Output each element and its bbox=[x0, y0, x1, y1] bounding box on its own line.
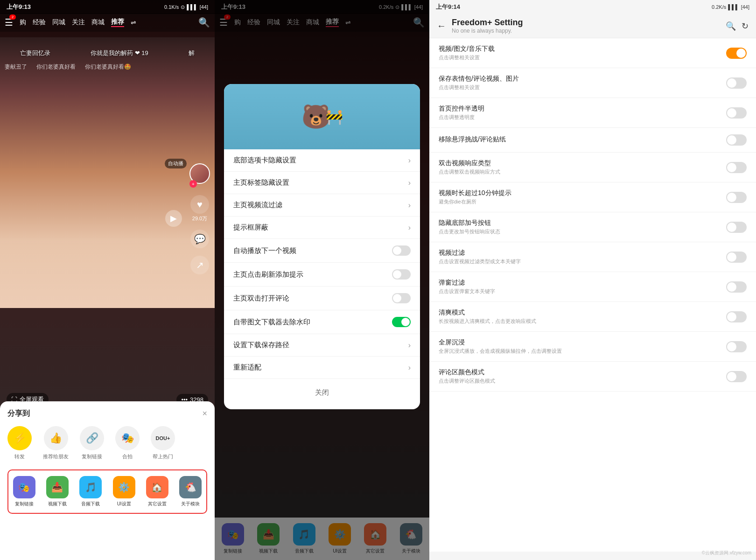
doubletap-toggle[interactable] bbox=[726, 162, 747, 173]
duration-toggle[interactable] bbox=[726, 192, 747, 203]
status-bar: 上午9:13 0.1K/s ⊙ ▌▌▌ [44] bbox=[0, 0, 215, 14]
recommend-label: 推荐给朋友 bbox=[43, 453, 69, 460]
download-toggle[interactable] bbox=[726, 48, 747, 59]
modal-close-button[interactable]: 关闭 bbox=[224, 384, 420, 402]
setting-duration-text: 视频时长超过10分钟提示 避免你die在厕所 bbox=[439, 189, 726, 205]
setting-fullscreen-text: 全屏沉浸 全屏沉浸式播放，会造成视频纵轴拉伸，点击调整设置 bbox=[439, 338, 726, 355]
nav-item-recommend[interactable]: 推荐 bbox=[111, 18, 124, 27]
like-count: 29.0万 bbox=[192, 215, 207, 222]
setting-hide-plus-text: 隐藏底部加号按钮 点击更改加号按钮响应状态 bbox=[439, 219, 726, 235]
module-other-icon: 🏠 bbox=[146, 476, 168, 498]
video-content bbox=[0, 37, 215, 308]
modal-item-refresh-tip[interactable]: 主页点击刷新添加提示 bbox=[224, 263, 420, 287]
setting-row-transparent[interactable]: 首页控件半透明 点击调整透明度 bbox=[429, 98, 756, 128]
setting-row-floating[interactable]: 移除悬浮挑战/评论贴纸 bbox=[429, 128, 756, 153]
video-filter-label: 主页视频流过滤 bbox=[233, 201, 282, 210]
modal-item-video-filter[interactable]: 主页视频流过滤 › bbox=[224, 194, 420, 217]
module-audio-download[interactable]: 🎵 音频下载 bbox=[79, 476, 102, 507]
double-click-toggle[interactable] bbox=[392, 293, 411, 303]
floating-toggle[interactable] bbox=[726, 134, 747, 146]
popup-filter-toggle[interactable] bbox=[726, 281, 747, 293]
refresh-tip-toggle[interactable] bbox=[392, 269, 411, 280]
autoplay-toggle[interactable] bbox=[392, 245, 411, 256]
double-click-label: 主页双击打开评论 bbox=[233, 294, 289, 303]
module-other-settings[interactable]: 🏠 其它设置 bbox=[146, 476, 168, 507]
comment-button[interactable]: 💬 bbox=[190, 230, 209, 248]
video-filter-toggle[interactable] bbox=[726, 252, 747, 263]
share-close-button[interactable]: × bbox=[202, 409, 207, 419]
setting-row-video-filter[interactable]: 视频过滤 点击设置视频过滤类型或文本关键字 bbox=[429, 242, 756, 272]
nav-item-follow[interactable]: 关注 bbox=[72, 18, 85, 27]
overlay-text-3: 解 bbox=[189, 49, 195, 57]
modal-item-double-click[interactable]: 主页双击打开评论 bbox=[224, 287, 420, 310]
share-icon: ↗ bbox=[190, 256, 209, 274]
setting-row-save-emoji[interactable]: 保存表情包/评论视频、图片 点击调整相关设置 bbox=[429, 68, 756, 98]
avatar-container[interactable]: + bbox=[189, 163, 210, 188]
share-item-hot[interactable]: DOU+ 帮上热门 bbox=[151, 426, 175, 460]
modal-item-save-path[interactable]: 设置下载保存路径 › bbox=[224, 334, 420, 357]
duet-label: 合拍 bbox=[122, 453, 133, 460]
modal-item-readapt[interactable]: 重新适配 › bbox=[224, 357, 420, 379]
save-emoji-toggle[interactable] bbox=[726, 77, 747, 89]
copy-link-icon: 🔗 bbox=[80, 426, 104, 450]
setting-row-duration[interactable]: 视频时长超过10分钟提示 避免你die在厕所 bbox=[429, 182, 756, 212]
share-item-recommend[interactable]: 👍 推荐给朋友 bbox=[43, 426, 69, 460]
transparent-toggle[interactable] bbox=[726, 107, 747, 119]
setting-row-clean-mode[interactable]: 清爽模式 长按视频进入清爽模式，点击更改响应模式 bbox=[429, 302, 756, 332]
p3-status-time: 上午9:14 bbox=[436, 3, 460, 11]
share-item-copy[interactable]: 🔗 复制链接 bbox=[80, 426, 104, 460]
hide-plus-toggle[interactable] bbox=[726, 222, 747, 233]
autoplay-label: 自动播 bbox=[165, 159, 187, 168]
share-header: 分享到 × bbox=[7, 409, 207, 419]
share-action-button[interactable]: ↗ bbox=[190, 256, 209, 274]
search-settings-icon[interactable]: 🔍 bbox=[726, 21, 736, 31]
menu-button[interactable]: ☰ 2 bbox=[5, 17, 13, 28]
modal-item-bottom-tabs[interactable]: 底部选项卡隐藏设置 › bbox=[224, 149, 420, 172]
modal-item-autoplay[interactable]: 自动播放下一个视频 bbox=[224, 239, 420, 263]
clean-mode-toggle[interactable] bbox=[726, 311, 747, 322]
setting-doubletap-text: 双击视频响应类型 点击调整双击视频响应方式 bbox=[439, 159, 726, 175]
scroll-item-3: 你们老婆真好看🤩 bbox=[85, 63, 131, 71]
panel-1: 上午9:13 0.1K/s ⊙ ▌▌▌ [44] ☰ 2 购 经验 同城 关注 … bbox=[0, 0, 215, 560]
nav-item-shop[interactable]: 购 bbox=[20, 18, 26, 27]
setting-row-fullscreen[interactable]: 全屏沉浸 全屏沉浸式播放，会造成视频纵轴拉伸，点击调整设置 bbox=[429, 332, 756, 362]
modal-bear-illustration: 🐻 🚧 bbox=[224, 84, 420, 149]
search-icon[interactable]: 🔍 bbox=[198, 17, 210, 28]
setting-row-popup-filter[interactable]: 弹窗过滤 点击设置弹窗文本关键字 bbox=[429, 272, 756, 302]
watermark-toggle[interactable] bbox=[392, 317, 411, 327]
module-about[interactable]: 🐔 关于模块 bbox=[179, 476, 202, 507]
share-item-duet[interactable]: 🎭 合拍 bbox=[115, 426, 140, 460]
share-item-forward[interactable]: ⚡ 转发 bbox=[7, 426, 32, 460]
module-ui-settings[interactable]: ⚙️ UI设置 bbox=[113, 476, 135, 507]
play-button[interactable]: ▶ bbox=[165, 210, 182, 227]
modal-item-toast-block[interactable]: 提示框屏蔽 › bbox=[224, 217, 420, 239]
setting-row-comment-color[interactable]: 评论区颜色模式 点击调整评论区颜色模式 bbox=[429, 362, 756, 392]
setting-download-title: 视频/图文/音乐下载 bbox=[439, 45, 726, 53]
follow-plus-icon[interactable]: + bbox=[189, 180, 197, 188]
module-ui-label: UI设置 bbox=[117, 501, 131, 507]
comment-color-toggle[interactable] bbox=[726, 371, 747, 382]
module-copy-link[interactable]: 🎭 复制链接 bbox=[13, 476, 35, 507]
fullscreen-toggle[interactable] bbox=[726, 341, 747, 352]
setting-floating-text: 移除悬浮挑战/评论贴纸 bbox=[439, 135, 726, 145]
nav-item-mall[interactable]: 商城 bbox=[91, 18, 105, 27]
refresh-icon[interactable]: ↻ bbox=[742, 21, 749, 31]
modal-item-home-tabs[interactable]: 主页标签隐藏设置 › bbox=[224, 172, 420, 194]
setting-row-doubletap[interactable]: 双击视频响应类型 点击调整双击视频响应方式 bbox=[429, 153, 756, 182]
setting-transparent-sub: 点击调整透明度 bbox=[439, 114, 726, 121]
nav-item-experience[interactable]: 经验 bbox=[33, 18, 46, 27]
setting-video-filter-title: 视频过滤 bbox=[439, 249, 726, 257]
setting-fullscreen-title: 全屏沉浸 bbox=[439, 338, 726, 347]
setting-row-hide-plus[interactable]: 隐藏底部加号按钮 点击更改加号按钮响应状态 bbox=[429, 212, 756, 242]
like-button[interactable]: ♥ 29.0万 bbox=[190, 195, 209, 222]
nav-item-more[interactable]: ⇌ bbox=[131, 19, 136, 26]
forward-icon: ⚡ bbox=[7, 426, 32, 450]
watermark-label: 自带图文下载器去除水印 bbox=[233, 318, 310, 327]
module-video-download[interactable]: 📥 视频下载 bbox=[46, 476, 69, 507]
nav-item-local[interactable]: 同城 bbox=[52, 18, 65, 27]
setting-row-download[interactable]: 视频/图文/音乐下载 点击调整相关设置 bbox=[429, 38, 756, 68]
autoplay-label-modal: 自动播放下一个视频 bbox=[233, 246, 296, 255]
back-button[interactable]: ← bbox=[437, 21, 446, 31]
modal-item-watermark[interactable]: 自带图文下载器去除水印 bbox=[224, 310, 420, 334]
recommend-icon: 👍 bbox=[44, 426, 68, 450]
